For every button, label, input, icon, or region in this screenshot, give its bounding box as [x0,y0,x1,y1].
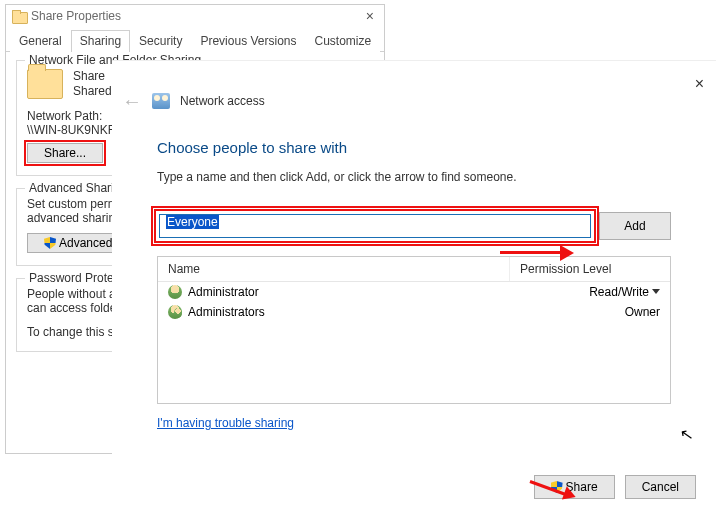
permission-row[interactable]: Administrators Owner [158,302,670,322]
people-icon [152,93,170,109]
network-access-wizard: × ← Network access Choose people to shar… [112,60,716,509]
trouble-sharing-link[interactable]: I'm having trouble sharing [157,416,294,430]
user-icon [168,285,182,299]
row-permission: Owner [625,305,660,319]
users-icon [168,305,182,319]
wizard-header: Network access [180,94,265,108]
back-arrow-icon[interactable]: ← [122,91,142,111]
annotation-arrow-icon [530,480,590,500]
annotation-arrow-icon [500,247,580,259]
row-permission[interactable]: Read/Write [589,285,660,299]
trouble-sharing-link-wrap: I'm having trouble sharing [157,416,671,430]
share-name: Share [73,69,112,84]
column-permission[interactable]: Permission Level [510,257,670,281]
tab-general[interactable]: General [10,30,71,52]
share-status: Shared [73,84,112,99]
tab-customize[interactable]: Customize [305,30,380,52]
folder-large-icon [27,69,63,99]
tab-sharing[interactable]: Sharing [71,30,130,52]
cancel-button[interactable]: Cancel [625,475,696,499]
wizard-title: Choose people to share with [157,139,671,156]
name-input[interactable]: Everyone [159,214,591,238]
close-icon[interactable]: × [362,8,378,24]
wizard-subtitle: Type a name and then click Add, or click… [157,170,671,184]
share-button-props[interactable]: Share... [27,143,103,163]
name-input-value: Everyone [166,215,219,229]
properties-tabs: General Sharing Security Previous Versio… [6,29,384,52]
properties-title: Share Properties [31,9,362,23]
permission-list: Name Permission Level Administrator Read… [157,256,671,404]
column-name[interactable]: Name [158,257,510,281]
row-name: Administrators [188,305,625,319]
folder-icon [12,10,26,22]
permission-row[interactable]: Administrator Read/Write [158,282,670,302]
perm-label: Read/Write [589,285,649,299]
name-input-highlight: Everyone [154,209,596,243]
add-button[interactable]: Add [599,212,671,240]
chevron-down-icon [652,289,660,294]
shield-icon [44,237,56,249]
properties-titlebar: Share Properties × [6,5,384,27]
tab-previous-versions[interactable]: Previous Versions [191,30,305,52]
tab-security[interactable]: Security [130,30,191,52]
wizard-close-icon[interactable]: × [695,75,704,93]
row-name: Administrator [188,285,589,299]
